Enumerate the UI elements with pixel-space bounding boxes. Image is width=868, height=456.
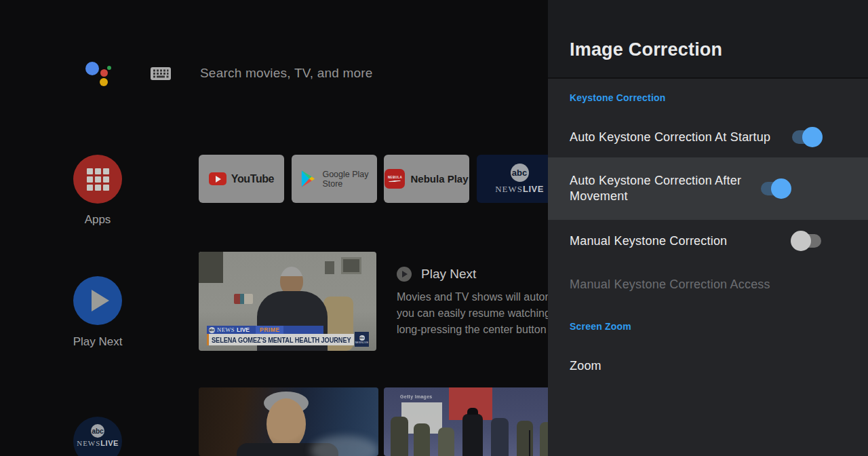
setting-label: Auto Keystone Correction After Movement <box>570 173 747 204</box>
app-tile-youtube[interactable]: YouTube <box>199 155 284 203</box>
scene-decoration <box>341 257 361 274</box>
scene-decoration <box>311 436 378 456</box>
play-next-section: Play Next Movies and TV shows will autom… <box>397 267 548 338</box>
microphone-stand-decoration <box>529 430 530 456</box>
play-next-label: Play Next <box>41 335 155 349</box>
play-next-description: Movies and TV shows will autom you can e… <box>397 289 548 338</box>
scene-decoration <box>325 261 334 274</box>
keyboard-icon[interactable] <box>151 67 171 83</box>
figure-decoration <box>517 421 533 456</box>
apps-grid-icon <box>87 168 109 191</box>
assistant-yellow-dot <box>100 78 108 86</box>
scene-decoration <box>199 252 223 283</box>
content-card-military[interactable]: Getty Images <box>384 387 560 456</box>
figure-decoration <box>491 418 509 456</box>
setting-label: Manual Keystone Correction <box>570 233 778 249</box>
sidebar-item-apps[interactable] <box>73 155 122 204</box>
auto-keystone-movement-toggle[interactable] <box>760 178 791 199</box>
manual-keystone-toggle[interactable] <box>791 231 823 251</box>
image-correction-panel: Image Correction Keystone Correction Aut… <box>548 0 868 456</box>
section-header-keystone-correction: Keystone Correction <box>570 92 666 103</box>
figure-decoration <box>267 398 306 450</box>
nebula-logo-icon: NEBULA <box>384 169 405 189</box>
getty-watermark: Getty Images <box>400 394 433 399</box>
play-store-label: Google Play Store <box>322 170 368 189</box>
android-tv-screen: Search movies, TV, and more Apps Play Ne… <box>0 0 868 456</box>
assistant-red-dot <box>100 69 108 77</box>
figure-decoration <box>462 414 483 456</box>
setting-row-zoom[interactable]: Zoom <box>548 349 868 383</box>
panel-header: Image Correction <box>548 0 868 79</box>
abc-logo-icon: abc <box>511 164 529 182</box>
figure-decoration <box>414 423 430 456</box>
setting-label: Auto Keystone Correction At Startup <box>570 130 778 145</box>
play-next-card-selena[interactable]: abc NEWSLIVE PRIME SELENA GOMEZ'S MENTAL… <box>199 252 376 351</box>
app-tile-play-store[interactable]: Google Play Store <box>292 155 377 203</box>
toggle-thumb <box>771 178 791 199</box>
assistant-blue-dot <box>85 62 99 75</box>
sidebar-item-play-next[interactable] <box>73 276 122 325</box>
auto-keystone-startup-toggle[interactable] <box>791 127 823 147</box>
setting-label-disabled: Manual Keystone Correction Access <box>570 277 823 292</box>
abc-logo-icon: abc <box>91 424 104 438</box>
toggle-thumb <box>791 231 811 251</box>
newslive-wordmark: NEWSLIVE <box>495 184 544 195</box>
figure-decoration <box>438 428 454 456</box>
play-store-logo-icon <box>300 170 316 188</box>
play-icon <box>92 290 109 311</box>
youtube-logo-icon <box>209 172 226 185</box>
setting-row-manual-keystone[interactable]: Manual Keystone Correction <box>548 223 868 259</box>
app-tile-nebula-play[interactable]: NEBULA Nebula Play <box>384 155 469 203</box>
content-card-politician[interactable] <box>199 387 378 456</box>
news-lower-third: abc NEWSLIVE PRIME SELENA GOMEZ'S MENTAL… <box>207 326 367 345</box>
play-next-circle-icon <box>397 267 412 282</box>
sidebar-item-newslive[interactable]: abc NEWSLIVE <box>73 417 122 456</box>
news-headline: SELENA GOMEZ'S MENTAL HEALTH JOURNEY <box>212 336 351 344</box>
newslive-wordmark: NEWSLIVE <box>77 439 119 447</box>
setting-label: Zoom <box>570 358 823 374</box>
section-header-screen-zoom: Screen Zoom <box>570 321 631 332</box>
setting-row-auto-keystone-startup[interactable]: Auto Keystone Correction At Startup <box>548 118 868 156</box>
figure-decoration <box>391 417 408 456</box>
newslive-badge: abc NEWSLIVE <box>355 332 369 347</box>
panel-title: Image Correction <box>570 39 722 60</box>
scene-decoration <box>234 294 253 304</box>
youtube-label: YouTube <box>231 173 274 185</box>
play-next-section-title: Play Next <box>421 267 476 282</box>
setting-row-manual-keystone-access: Manual Keystone Correction Access <box>548 267 868 301</box>
apps-label: Apps <box>41 213 155 227</box>
abc-logo-icon: abc <box>209 327 215 333</box>
google-assistant-icon[interactable] <box>85 61 115 88</box>
assistant-green-dot <box>107 66 111 70</box>
search-input[interactable]: Search movies, TV, and more <box>200 66 373 81</box>
toggle-thumb <box>802 127 823 147</box>
nebula-label: Nebula Play <box>410 173 468 185</box>
setting-row-auto-keystone-movement[interactable]: Auto Keystone Correction After Movement <box>548 157 868 220</box>
